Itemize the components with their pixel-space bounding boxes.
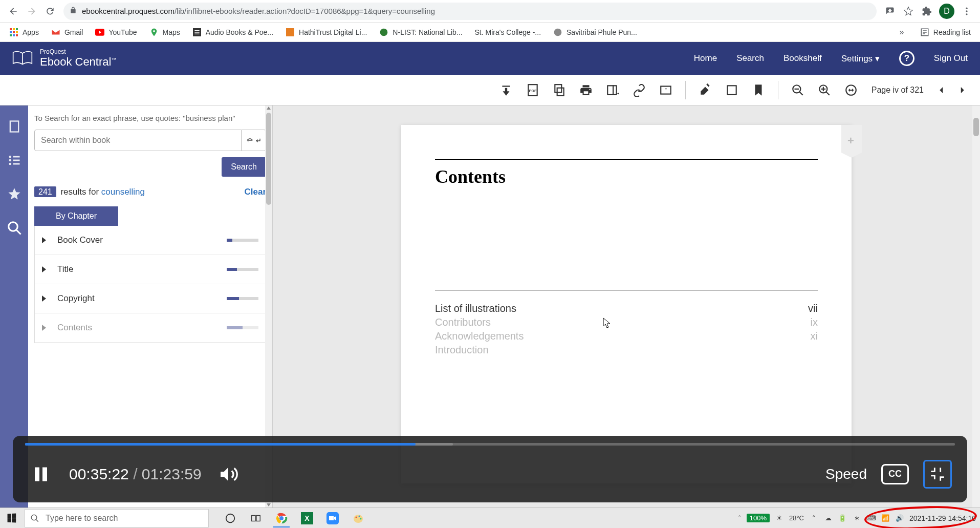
bluetooth-icon[interactable]: ∗ <box>852 514 861 523</box>
chapter-item[interactable]: Title <box>35 255 266 284</box>
svg-point-59 <box>360 518 362 519</box>
bookmark-maps[interactable]: Maps <box>144 26 185 39</box>
onedrive-icon[interactable]: ☁ <box>823 514 833 523</box>
bookmark-hathi[interactable]: HathiTrust Digital Li... <box>280 26 372 39</box>
brand-main: Ebook Central™ <box>40 55 116 69</box>
page-bookmark-ribbon[interactable]: + <box>841 125 862 153</box>
extensions-icon[interactable] <box>918 2 936 20</box>
download-button[interactable] <box>495 79 517 101</box>
taskbar-paint[interactable] <box>347 509 369 527</box>
rail-book-icon[interactable] <box>6 118 23 135</box>
nav-home[interactable]: Home <box>694 53 717 64</box>
search-button[interactable]: Search <box>222 157 266 177</box>
volume-button[interactable] <box>216 462 241 487</box>
bookmark-savitribai[interactable]: Savitribai Phule Pun... <box>548 26 642 39</box>
pdf-button[interactable]: PDF <box>521 79 544 101</box>
start-button[interactable] <box>0 508 23 529</box>
next-page-button[interactable] <box>953 79 971 101</box>
svg-text:": " <box>665 87 667 93</box>
weather-icon[interactable]: ☀ <box>775 514 784 523</box>
document-scrollbar[interactable] <box>972 105 980 508</box>
sound-icon[interactable]: 🔊 <box>895 514 904 523</box>
tab-by-chapter[interactable]: By Chapter <box>34 206 118 226</box>
svg-rect-8 <box>194 33 199 34</box>
rail-toc-icon[interactable] <box>6 152 23 169</box>
battery-indicator[interactable]: 100% <box>747 514 770 522</box>
document-toolbar: PDF + " Page iv of 321 <box>0 75 980 105</box>
share-link-button[interactable] <box>628 79 650 101</box>
url-path: /lib/inflibnet-ebooks/reader.action?docI… <box>175 7 435 15</box>
nav-search[interactable]: Search <box>736 53 764 64</box>
video-progress-bar[interactable] <box>25 443 955 446</box>
print-button[interactable] <box>575 79 597 101</box>
help-button[interactable]: ? <box>899 51 914 66</box>
rail-bookmarks-icon[interactable] <box>6 185 23 203</box>
svg-rect-26 <box>727 86 736 94</box>
expand-icon[interactable] <box>42 237 46 243</box>
browser-toolbar: ebookcentral.proquest.com/lib/inflibnet-… <box>0 0 980 23</box>
plus-icon: + <box>847 134 854 147</box>
profile-avatar[interactable]: D <box>939 4 954 19</box>
keyboard-icon[interactable]: ⌨ <box>866 514 876 523</box>
copy-button[interactable] <box>548 79 571 101</box>
taskbar-zoom[interactable] <box>321 509 344 527</box>
svg-point-0 <box>966 7 967 9</box>
taskbar-chrome[interactable] <box>270 509 293 527</box>
nav-signout[interactable]: Sign Out <box>934 53 968 64</box>
captions-button[interactable]: CC <box>881 464 909 484</box>
expand-icon[interactable] <box>42 295 46 302</box>
expand-icon[interactable] <box>42 325 46 331</box>
clock[interactable]: 2021-11-29 14:54:10 <box>909 514 976 522</box>
taskbar-excel[interactable]: X <box>296 509 318 527</box>
highlight-button[interactable] <box>694 79 716 101</box>
tray-up-icon[interactable]: ˄ <box>809 514 818 523</box>
taskbar-taskview[interactable] <box>245 509 267 527</box>
exit-fullscreen-button[interactable] <box>923 460 952 489</box>
reading-list-button[interactable]: Reading list <box>915 26 976 39</box>
menu-icon[interactable] <box>957 2 976 20</box>
address-bar[interactable]: ebookcentral.proquest.com/lib/inflibnet-… <box>63 3 877 20</box>
results-summary: 241 results for counselling <box>34 187 145 197</box>
bookmark-mira[interactable]: St. Mira's College -... <box>470 26 547 38</box>
fit-width-button[interactable] <box>840 79 862 101</box>
install-app-icon[interactable] <box>881 2 899 20</box>
clear-link[interactable]: Clear <box>244 187 266 197</box>
bookmark-audio[interactable]: Audio Books & Poe... <box>187 26 278 39</box>
search-submit-icon[interactable]: ↵ <box>242 130 266 151</box>
battery-icon[interactable]: 🔋 <box>838 514 847 523</box>
zoom-out-button[interactable] <box>787 79 809 101</box>
note-button[interactable] <box>721 79 743 101</box>
nav-settings[interactable]: Settings ▾ <box>841 53 880 64</box>
bookmark-gmail[interactable]: Gmail <box>46 26 89 39</box>
chapter-item[interactable]: Copyright <box>35 284 266 313</box>
reload-button[interactable] <box>41 2 59 20</box>
taskbar-cortana[interactable] <box>219 509 242 527</box>
tray-expand-icon[interactable]: ˄ <box>738 514 742 522</box>
prev-page-button[interactable] <box>933 79 950 101</box>
search-input[interactable] <box>34 130 242 151</box>
zoom-in-button[interactable] <box>813 79 836 101</box>
back-button[interactable] <box>4 2 23 20</box>
star-icon[interactable] <box>899 2 918 20</box>
nav-bookshelf[interactable]: Bookshelf <box>783 53 822 64</box>
svg-line-28 <box>799 92 803 95</box>
svg-text:+: + <box>617 89 619 96</box>
bookmark-apps[interactable]: Apps <box>4 26 44 39</box>
chapter-item[interactable]: Book Cover <box>35 226 266 255</box>
chapter-item[interactable]: Contents <box>35 313 266 343</box>
taskbar-search[interactable]: Type here to search <box>25 509 209 527</box>
add-to-shelf-button[interactable]: + <box>601 79 624 101</box>
brand-logo[interactable]: ProQuest Ebook Central™ <box>12 48 116 69</box>
more-bookmarks-icon[interactable]: » <box>892 23 911 41</box>
speed-button[interactable]: Speed <box>825 466 867 482</box>
forward-button[interactable] <box>23 2 41 20</box>
bookmark-button[interactable] <box>747 79 770 101</box>
bookmark-nlist[interactable]: N-LIST: National Lib... <box>374 26 467 39</box>
pause-button[interactable] <box>28 461 54 487</box>
wifi-icon[interactable]: 📶 <box>881 514 890 523</box>
cite-button[interactable]: " <box>655 79 677 101</box>
expand-icon[interactable] <box>42 266 46 272</box>
bookmark-youtube[interactable]: YouTube <box>90 26 142 39</box>
rail-search-icon[interactable] <box>6 219 23 237</box>
search-icon <box>30 514 39 523</box>
